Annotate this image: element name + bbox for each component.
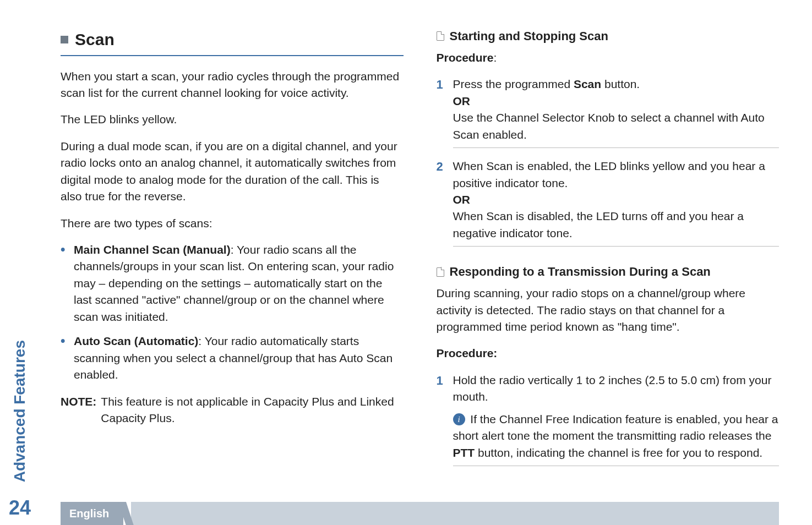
page: Advanced Features 24 Scan When you start… <box>0 0 812 525</box>
note-block: NOTE: This feature is not applicable in … <box>61 393 404 427</box>
ptt-word: PTT <box>453 446 475 459</box>
paragraph: The LED blinks yellow. <box>61 111 404 128</box>
document-icon <box>437 267 444 277</box>
step: 2 When Scan is enabled, the LED blinks y… <box>437 158 780 251</box>
step: 1 Press the programmed Scan button. OR U… <box>437 76 780 152</box>
procedure-word: Procedure <box>437 51 494 64</box>
info-icon: i <box>453 413 465 425</box>
section-label: Advanced Features <box>11 340 29 482</box>
procedure-label: Procedure: <box>437 345 780 362</box>
procedure-label: Procedure: <box>437 50 780 66</box>
step-text: Press the programmed <box>453 78 574 90</box>
subsection-row: Responding to a Transmission During a Sc… <box>437 263 780 281</box>
page-number: 24 <box>9 496 31 519</box>
step-text: Use the Channel Selector Knob to select … <box>453 111 765 140</box>
paragraph: When you start a scan, your radio cycles… <box>61 68 404 102</box>
info-note: i If the Channel Free Indication feature… <box>453 411 780 461</box>
title-underline <box>61 55 404 56</box>
or-label: OR <box>453 95 471 107</box>
subsection-row: Starting and Stopping Scan <box>437 28 780 45</box>
note-label: NOTE: <box>61 393 96 427</box>
square-bullet-icon <box>61 36 68 43</box>
section-title-row: Scan <box>61 28 404 52</box>
bullet-title: Main Channel Scan (Manual) <box>74 243 231 256</box>
content-columns: Scan When you start a scan, your radio c… <box>33 28 779 492</box>
scan-types-list: Main Channel Scan (Manual): Your radio s… <box>61 242 404 384</box>
footer-bar <box>131 502 779 525</box>
paragraph: There are two types of scans: <box>61 215 404 232</box>
step-number: 2 <box>437 158 443 176</box>
footer: English <box>33 502 779 525</box>
step-number: 1 <box>437 76 443 94</box>
step-text: button. <box>601 78 640 90</box>
document-icon <box>437 31 444 41</box>
note-body: This feature is not applicable in Capaci… <box>101 393 403 427</box>
step-number: 1 <box>437 372 443 390</box>
list-item: Main Channel Scan (Manual): Your radio s… <box>61 242 404 325</box>
scan-word: Scan <box>574 78 601 90</box>
sidebar: Advanced Features 24 <box>10 0 30 525</box>
or-label: OR <box>453 193 471 206</box>
procedure-steps-2: 1 Hold the radio vertically 1 to 2 inche… <box>437 372 780 471</box>
paragraph: During scanning, your radio stops on a c… <box>437 285 780 335</box>
list-item: Auto Scan (Automatic): Your radio automa… <box>61 333 404 383</box>
note-text: button, indicating the channel is free f… <box>475 446 762 459</box>
note-text: If the Channel Free Indication feature i… <box>453 413 778 442</box>
step-text: When Scan is enabled, the LED blinks yel… <box>453 160 765 189</box>
colon: : <box>493 51 497 64</box>
step-divider <box>453 246 780 247</box>
step: 1 Hold the radio vertically 1 to 2 inche… <box>437 372 780 471</box>
procedure-steps: 1 Press the programmed Scan button. OR U… <box>437 76 780 251</box>
step-text: Hold the radio vertically 1 to 2 inches … <box>453 374 772 403</box>
language-tab: English <box>61 502 123 526</box>
left-column: Scan When you start a scan, your radio c… <box>61 28 404 492</box>
step-divider <box>453 466 780 466</box>
subsection-title: Responding to a Transmission During a Sc… <box>450 263 711 281</box>
bullet-title: Auto Scan (Automatic) <box>74 335 198 347</box>
subsection-title: Starting and Stopping Scan <box>450 28 608 45</box>
step-text: When Scan is disabled, the LED turns off… <box>453 210 744 239</box>
step-divider <box>453 147 780 148</box>
right-column: Starting and Stopping Scan Procedure: 1 … <box>437 28 780 492</box>
paragraph: During a dual mode scan, if you are on a… <box>61 138 404 205</box>
section-title: Scan <box>75 28 115 52</box>
